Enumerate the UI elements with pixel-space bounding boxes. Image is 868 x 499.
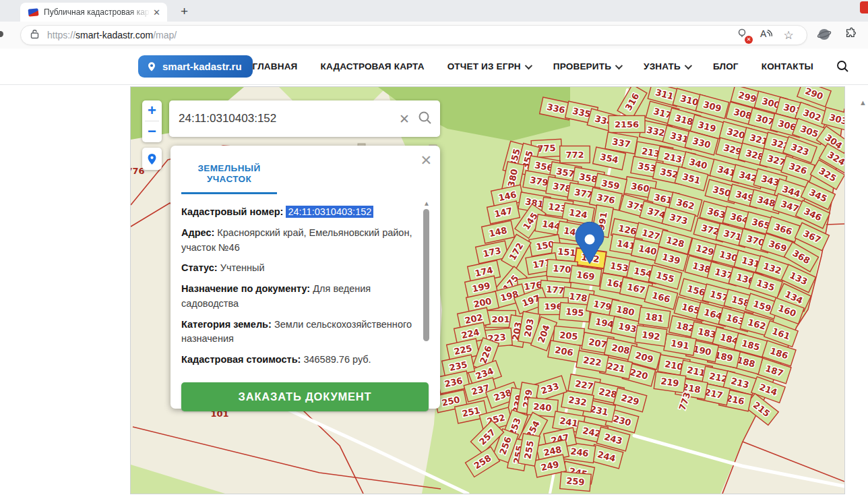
svg-text:151: 151 <box>557 246 576 258</box>
parcel-info-popup: ✕ ЗЕМЕЛЬНЫЙ УЧАСТОК Кадастровый номер: 2… <box>170 146 440 409</box>
site-header: smart-kadastr.ru ГЛАВНАЯ КАДАСТРОВАЯ КАР… <box>0 49 868 85</box>
parcel-cell[interactable]: 259 <box>560 472 592 492</box>
lock-icon <box>30 29 39 42</box>
cadastral-map[interactable]: 3113103092993003012903173183193083073063… <box>130 86 845 494</box>
favorite-star-icon[interactable]: ☆ <box>777 28 800 42</box>
read-aloud-icon[interactable]: A <box>754 28 777 42</box>
svg-text:205: 205 <box>559 330 578 341</box>
svg-text:201: 201 <box>491 314 509 324</box>
svg-text:259: 259 <box>566 475 585 487</box>
address-bar[interactable]: https://smart-kadastr.com/map/ ✕ A ☆ <box>20 25 807 45</box>
map-search-box: ✕ <box>169 100 440 137</box>
parcel-fields: Кадастровый номер: 24:11:0310403:152 Адр… <box>181 205 421 368</box>
field-purpose: Назначение по документу: Для ведения сад… <box>181 282 421 312</box>
location-pin-icon <box>147 153 157 165</box>
nav-glavnaya[interactable]: ГЛАВНАЯ <box>253 61 298 71</box>
parcel-cell[interactable]: 772 <box>560 146 590 163</box>
url-text[interactable]: https://smart-kadastr.com/map/ <box>47 30 731 40</box>
main-nav: ГЛАВНАЯ КАДАСТРОВАЯ КАРТА ОТЧЕТ ИЗ ЕГРН … <box>253 60 849 73</box>
new-tab-button[interactable]: + <box>181 3 188 20</box>
nav-kadastrovaya-karta[interactable]: КАДАСТРОВАЯ КАРТА <box>321 61 425 71</box>
page-scrollbar-up-arrow[interactable]: ▲ <box>859 98 867 107</box>
parcel-cell[interactable]: 195 <box>559 303 591 322</box>
field-cadastral-number: Кадастровый номер: 24:11:0310403:152 <box>181 205 421 220</box>
browser-tab[interactable]: Публичная кадастровая карта Р ✕ <box>20 3 167 22</box>
browser-toolbar: https://smart-kadastr.com/map/ ✕ A ☆ <box>0 22 868 49</box>
browser-profile-icon[interactable] <box>817 27 832 45</box>
site-logo[interactable]: smart-kadastr.ru <box>138 55 253 78</box>
tab-close-icon[interactable]: ✕ <box>150 7 163 18</box>
clear-search-icon[interactable]: ✕ <box>392 111 416 127</box>
logo-map-pin-icon <box>146 61 157 72</box>
parcel-cell[interactable]: 169 <box>569 266 602 287</box>
nav-otchet-iz-egrn[interactable]: ОТЧЕТ ИЗ ЕГРН <box>447 61 530 71</box>
search-icon[interactable] <box>416 111 432 127</box>
zoom-in-button[interactable]: + <box>142 100 162 121</box>
clipped-toolbar-icon <box>0 31 3 37</box>
map-search-input[interactable] <box>179 112 392 125</box>
field-land-category: Категория земель: Земли сельскохозяйстве… <box>181 318 421 347</box>
browser-alert-badge[interactable] <box>860 1 868 13</box>
zoom-out-button[interactable]: − <box>142 121 162 142</box>
svg-text:2156: 2156 <box>615 119 639 129</box>
parcel-cell[interactable]: 2156 <box>609 116 645 133</box>
parcel-cell[interactable]: 192 <box>635 326 667 347</box>
chevron-down-icon <box>615 61 623 69</box>
chevron-down-icon <box>525 61 532 69</box>
popup-scrollbar-thumb[interactable] <box>423 209 429 341</box>
svg-text:170: 170 <box>553 263 571 274</box>
nav-blog[interactable]: БЛОГ <box>713 61 739 71</box>
zoom-controls: + − <box>142 100 162 142</box>
svg-text:177: 177 <box>546 284 565 295</box>
cadastral-number-value[interactable]: 24:11:0310403:152 <box>286 206 373 218</box>
extensions-puzzle-icon[interactable] <box>844 27 857 43</box>
tab-zemelny-uchastok[interactable]: ЗЕМЕЛЬНЫЙ УЧАСТОК <box>181 163 277 194</box>
svg-text:775: 775 <box>537 143 556 154</box>
popup-scroll-up-icon[interactable]: ▲ <box>423 200 430 207</box>
svg-text:195: 195 <box>565 306 584 318</box>
parcel-cell[interactable]: 181 <box>638 307 671 328</box>
popup-close-icon[interactable]: ✕ <box>420 152 432 169</box>
field-cadastral-value: Кадастровая стоимость: 346589.76 руб. <box>181 353 421 368</box>
browser-tab-bar: Публичная кадастровая карта Р ✕ + <box>0 0 868 22</box>
field-address: Адрес: Красноярский край, Емельяновский … <box>181 226 421 256</box>
svg-text:240: 240 <box>533 401 552 413</box>
svg-text:772: 772 <box>565 150 584 160</box>
site-favicon-icon <box>28 8 38 17</box>
field-status: Статус: Учтенный <box>181 261 421 276</box>
nav-search-icon[interactable] <box>836 60 849 73</box>
locate-me-button[interactable] <box>142 148 162 170</box>
svg-text:A: A <box>760 28 767 39</box>
parcel-cell[interactable]: 219 <box>654 372 686 393</box>
order-document-button[interactable]: ЗАКАЗАТЬ ДОКУМЕНТ <box>181 382 429 411</box>
nav-uznat[interactable]: УЗНАТЬ <box>644 61 690 71</box>
nav-proverit[interactable]: ПРОВЕРИТЬ <box>553 61 621 71</box>
location-blocked-icon[interactable]: ✕ <box>731 28 754 42</box>
logo-text: smart-kadastr.ru <box>162 61 242 72</box>
nav-kontakty[interactable]: КОНТАКТЫ <box>762 61 813 71</box>
chevron-down-icon <box>685 61 692 69</box>
tab-title: Публичная кадастровая карта Р <box>44 7 150 17</box>
